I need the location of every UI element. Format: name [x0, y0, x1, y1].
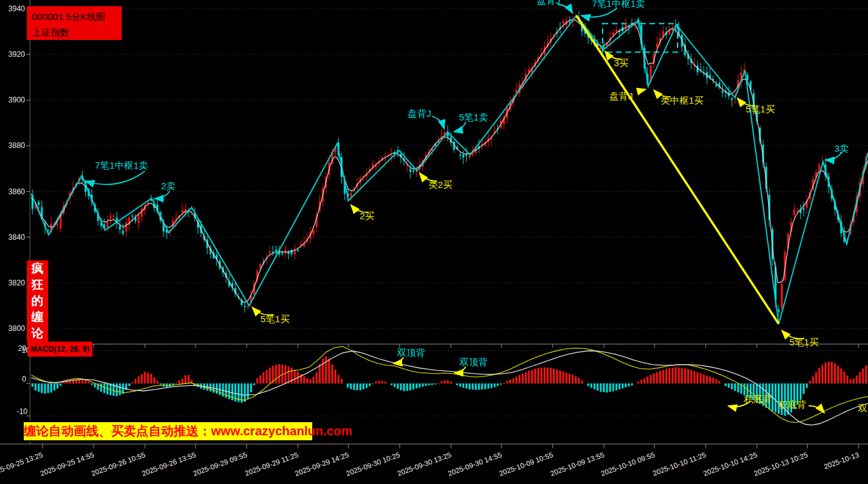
macd-hist-bar [375, 382, 377, 383]
macd-hist-bar [737, 383, 739, 392]
macd-hist-bar [672, 368, 674, 383]
macd-hist-bar [638, 382, 639, 383]
macd-hist-bar [338, 375, 340, 383]
macd-hist-bar [350, 383, 352, 389]
macd-hist-bar [400, 383, 402, 390]
candle-body [672, 27, 674, 29]
macd-hist-bar [528, 371, 530, 383]
candle-body [350, 193, 352, 197]
macd-hist-bar [812, 377, 814, 383]
macd-hist-bar [591, 383, 593, 388]
macd-hist-bar [456, 383, 458, 385]
macd-hist-bar [728, 383, 730, 388]
ad-banner-link[interactable]: 缠论自动画线、买卖点自动推送：www.crazychanlun.com [22, 421, 313, 442]
macd-hist-bar [432, 383, 433, 385]
ma-line [31, 20, 868, 303]
candle-body [126, 222, 127, 232]
macd-hist-bar [834, 363, 836, 383]
macd-hist-bar [522, 373, 524, 383]
macd-hist-bar [756, 383, 758, 402]
candle-body [460, 155, 461, 156]
candle-body [375, 165, 377, 167]
macd-hist-bar [669, 368, 671, 383]
macd-hist-bar [684, 368, 686, 383]
macd-hist-bar [816, 372, 817, 383]
macd-hist-bar [663, 370, 664, 383]
macd-hist-bar [603, 383, 605, 392]
annotation-arrow [782, 330, 804, 338]
macd-hist-bar [347, 383, 349, 388]
macd-hist-bar [837, 366, 839, 383]
macd-hist-bar [394, 383, 396, 387]
candle-body [113, 215, 115, 217]
macd-hist-bar [285, 365, 287, 383]
macd-hist-bar [150, 373, 152, 383]
macd-hist-bar [791, 383, 792, 413]
macd-hist-bar [481, 383, 483, 390]
candle-body [463, 154, 465, 157]
macd-hist-bar [700, 373, 702, 383]
macd-indicator-label: MACD(12, 26, 9) [27, 342, 92, 357]
macd-hist-bar [332, 364, 333, 383]
candle-body [410, 169, 412, 172]
macd-hist-bar [775, 383, 777, 413]
macd-hist-bar [594, 383, 596, 389]
macd-hist-bar [422, 383, 424, 387]
macd-hist-bar [129, 383, 131, 386]
macd-hist-bar [428, 383, 430, 385]
macd-hist-bar [622, 383, 624, 388]
macd-hist-bar [688, 369, 689, 383]
macd-hist-bar [844, 372, 846, 383]
candle-body [441, 136, 443, 137]
macd-hist-bar [553, 368, 555, 383]
macd-hist-bar [288, 367, 290, 383]
candle-body [663, 31, 664, 36]
macd-hist-bar [725, 383, 727, 386]
macd-hist-bar [650, 375, 652, 383]
macd-hist-bar [469, 383, 471, 389]
macd-hist-bar [391, 383, 393, 385]
annotation-arrow [581, 8, 617, 17]
macd-hist-bar [416, 383, 418, 388]
candle-body [247, 307, 249, 308]
macd-hist-bar [544, 367, 546, 383]
macd-hist-bar [328, 358, 330, 383]
annotation-arrow [737, 98, 754, 106]
macd-hist-bar [266, 370, 268, 383]
watermark-char: 狂 [27, 277, 48, 293]
macd-hist-bar [475, 383, 477, 390]
macd-hist-bar [597, 383, 599, 390]
macd-hist-bar [319, 364, 321, 383]
candle-body [147, 202, 149, 204]
macd-hist-bar [731, 383, 733, 389]
macd-hist-bar [794, 383, 796, 409]
macd-hist-bar [132, 382, 134, 383]
macd-hist-bar [372, 383, 374, 384]
annotation-arrow [654, 90, 671, 97]
macd-hist-bar [94, 383, 96, 387]
macd-hist-bar [244, 383, 246, 402]
macd-hist-bar [847, 375, 849, 383]
macd-hist-bar [560, 370, 561, 383]
kline-chart-canvas[interactable] [0, 0, 868, 484]
macd-hist-bar [531, 370, 533, 383]
macd-hist-bar [116, 383, 118, 396]
macd-hist-bar [488, 383, 490, 388]
macd-hist-bar [185, 375, 187, 383]
macd-hist-bar [803, 383, 805, 394]
macd-hist-bar [744, 383, 746, 395]
candle-body [716, 84, 718, 86]
macd-hist-bar [572, 375, 574, 383]
macd-hist-bar [819, 368, 821, 383]
macd-hist-bar [619, 383, 621, 389]
macd-hist-bar [160, 383, 162, 385]
candle-body [722, 91, 724, 92]
macd-hist-bar [706, 375, 708, 383]
macd-hist-bar [38, 383, 40, 392]
macd-hist-bar [656, 372, 658, 383]
candle-body [413, 170, 415, 172]
candle-body [313, 230, 315, 234]
macd-hist-bar [247, 383, 249, 399]
macd-hist-bar [681, 368, 683, 383]
symbol-code-label: 000001 5分K线图 [32, 11, 106, 23]
